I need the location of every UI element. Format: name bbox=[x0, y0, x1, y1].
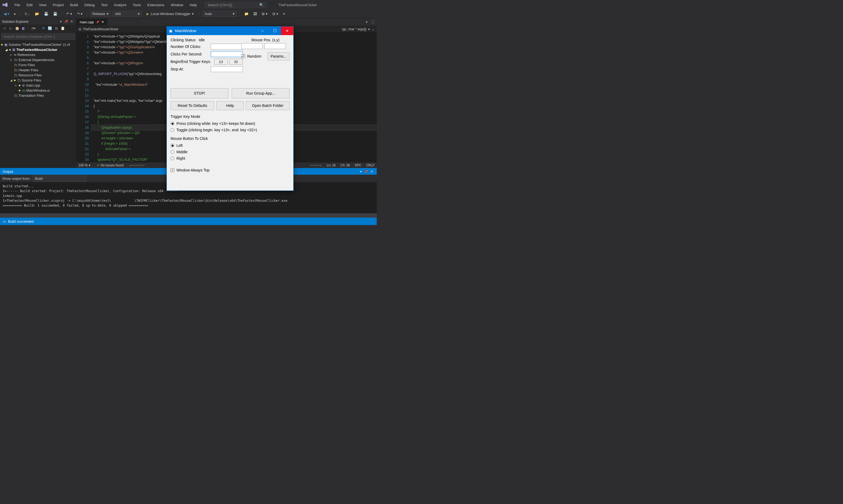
run-group-button[interactable]: Run Group App... bbox=[232, 88, 289, 98]
trigger-key-end[interactable] bbox=[229, 59, 243, 65]
undo-button[interactable]: ↶ ▾ bbox=[65, 11, 74, 17]
toolbar-btn-2[interactable]: 🖼 bbox=[252, 11, 259, 17]
menu-help[interactable]: Help bbox=[187, 2, 199, 8]
chevron-down-icon[interactable]: ◢ bbox=[10, 79, 13, 82]
nav-back-button[interactable]: ◀ ▾ bbox=[2, 11, 11, 17]
back-icon[interactable]: ◁ bbox=[2, 26, 7, 31]
menu-test[interactable]: Test bbox=[99, 2, 110, 8]
nav-fwd-button[interactable]: ▸ bbox=[13, 11, 18, 17]
stop-button[interactable]: STOP! bbox=[171, 88, 228, 98]
tree-project-node[interactable]: ◢ ⊞ TheFastestMouseClicker bbox=[0, 47, 76, 52]
save-button[interactable]: 💾 bbox=[42, 11, 50, 17]
help-button[interactable]: Help bbox=[216, 101, 244, 110]
output-scrollbar[interactable] bbox=[0, 213, 377, 218]
mouse-x-input[interactable] bbox=[241, 43, 263, 49]
chevron-right-icon[interactable]: ▷ bbox=[10, 58, 13, 61]
open-button[interactable]: 📂 bbox=[33, 11, 41, 17]
breadcrumb-scope[interactable]: rgc, char * argv[]) bbox=[342, 27, 367, 31]
chevron-right-icon[interactable]: ▷ bbox=[15, 84, 18, 87]
pin-icon[interactable]: 📌 bbox=[364, 169, 369, 174]
open-batch-button[interactable]: Open Batch Folder bbox=[246, 101, 289, 110]
close-icon[interactable]: ✕ bbox=[101, 20, 104, 24]
toolbar-btn-1[interactable]: 📁 bbox=[243, 11, 250, 17]
tree-solution-node[interactable]: ▣ Solution 'TheFastestMouseClicker' (1 o… bbox=[0, 42, 76, 47]
config-dropdown[interactable]: Release▾ bbox=[90, 11, 111, 17]
toolbar-btn-5[interactable]: ≡ bbox=[282, 11, 287, 17]
pin-icon[interactable]: 📌 bbox=[96, 21, 99, 23]
tree-mainwindow-ui[interactable]: ▭ MainWindow.ui bbox=[0, 88, 76, 93]
trigger-key-begin[interactable] bbox=[214, 59, 228, 65]
dropdown-icon[interactable]: ▾ bbox=[364, 20, 369, 24]
menu-analyze[interactable]: Analyze bbox=[111, 2, 129, 8]
maximize-button[interactable]: ☐ bbox=[269, 26, 281, 35]
menu-window[interactable]: Window bbox=[168, 2, 186, 8]
menu-file[interactable]: File bbox=[12, 2, 23, 8]
pin-icon[interactable]: 📌 bbox=[64, 19, 69, 24]
debug-mode-dropdown[interactable]: Auto▾ bbox=[202, 11, 237, 17]
random-checkbox[interactable] bbox=[241, 54, 245, 58]
breadcrumb-project[interactable]: TheFastestMouseClicker bbox=[83, 27, 119, 31]
new-project-button[interactable]: ⎘ ▾ bbox=[23, 11, 32, 17]
minimize-button[interactable]: ─ bbox=[256, 26, 269, 35]
tree-main-cpp[interactable]: ▷ ⊕ main.cpp bbox=[0, 83, 76, 88]
home-icon[interactable]: 🏠 bbox=[15, 26, 20, 31]
sync-icon[interactable]: ⟳ bbox=[41, 26, 46, 31]
fullscreen-icon[interactable]: ⛶ bbox=[370, 20, 375, 24]
menu-tools[interactable]: Tools bbox=[130, 2, 143, 8]
mouse-button-left[interactable]: Left bbox=[171, 142, 289, 149]
output-source-dropdown[interactable]: Build bbox=[33, 176, 86, 182]
tree-header-files[interactable]: 🗀 Header Files bbox=[0, 68, 76, 73]
editor-tab-main-cpp[interactable]: main.cpp 📌 ✕ bbox=[76, 19, 107, 25]
app-titlebar[interactable]: ▣ MainWindow ─ ☐ ✕ bbox=[167, 26, 293, 35]
stop-at-input[interactable] bbox=[211, 66, 243, 72]
menu-project[interactable]: Project bbox=[50, 2, 66, 8]
trigger-mode-press[interactable]: Press (clicking while: key <13> keeps hi… bbox=[171, 120, 289, 127]
close-icon[interactable]: ✕ bbox=[69, 19, 74, 24]
dropdown-icon[interactable]: ▾ bbox=[58, 19, 63, 24]
tree-references[interactable]: ▷ ▪▪ References bbox=[0, 52, 76, 57]
mouse-button-middle[interactable]: Middle bbox=[171, 149, 289, 155]
tree-form-files[interactable]: 🗀 Form Files bbox=[0, 62, 76, 68]
line-ending[interactable]: CRLF bbox=[366, 163, 374, 167]
quick-search[interactable]: Search (Ctrl+Q) 🔍 bbox=[205, 2, 266, 8]
tree-translation-files[interactable]: 🗀 Translation Files bbox=[0, 93, 76, 98]
mouse-button-right[interactable]: Right bbox=[171, 155, 289, 162]
redo-button[interactable]: ↷ ▾ bbox=[75, 11, 85, 17]
tree-resource-files[interactable]: 🗀 Resource Files bbox=[0, 73, 76, 78]
close-icon[interactable]: ✕ bbox=[369, 169, 374, 174]
toolbar-btn-3[interactable]: ⊞ ▾ bbox=[260, 11, 269, 17]
chevron-down-icon[interactable]: ▾ bbox=[368, 27, 370, 31]
menu-build[interactable]: Build bbox=[68, 2, 81, 8]
mouse-y-input[interactable] bbox=[264, 43, 286, 49]
menu-debug[interactable]: Debug bbox=[82, 2, 97, 8]
issues-indicator[interactable]: ✔ No issues found bbox=[97, 163, 124, 167]
toolbar-btn-4[interactable]: ⊟ ▾ bbox=[271, 11, 280, 17]
menu-view[interactable]: View bbox=[36, 2, 49, 8]
num-clicks-input[interactable] bbox=[211, 44, 243, 50]
reset-button[interactable]: Reset To Defaults bbox=[171, 101, 214, 110]
fwd-icon[interactable]: ▷ bbox=[8, 26, 13, 31]
show-all-icon[interactable]: 📋 bbox=[60, 26, 66, 31]
trigger-mode-toggle[interactable]: Toggle (clicking begin: key <13>, end: k… bbox=[171, 127, 289, 133]
filter-icon[interactable]: ◔▾ bbox=[31, 26, 36, 31]
switch-views-icon[interactable]: ◧ bbox=[21, 26, 26, 31]
refresh-icon[interactable]: 🔄 bbox=[47, 26, 53, 31]
tree-external-deps[interactable]: ▷ 🗀 External Dependencies bbox=[0, 57, 76, 62]
always-top-row[interactable]: Window Always Top bbox=[171, 167, 289, 173]
start-debugging-button[interactable]: ▶ Local Windows Debugger ▾ bbox=[144, 11, 196, 17]
params-button[interactable]: Params... bbox=[268, 52, 289, 60]
menu-extensions[interactable]: Extensions bbox=[144, 2, 167, 8]
chevron-down-icon[interactable]: ◢ bbox=[5, 48, 8, 51]
split-icon[interactable]: ⫠ bbox=[371, 27, 374, 31]
chevron-right-icon[interactable]: ▷ bbox=[10, 53, 13, 56]
collapse-icon[interactable]: ⊟ bbox=[54, 26, 59, 31]
menu-edit[interactable]: Edit bbox=[24, 2, 35, 8]
solution-search-input[interactable] bbox=[1, 33, 75, 40]
save-all-button[interactable]: 💾 bbox=[52, 11, 59, 17]
cps-input[interactable] bbox=[211, 51, 243, 57]
close-button[interactable]: ✕ bbox=[281, 26, 293, 35]
zoom-dropdown[interactable]: 100 %▾ bbox=[78, 163, 90, 167]
dropdown-icon[interactable]: ▾ bbox=[358, 169, 363, 174]
indent-mode[interactable]: SPC bbox=[355, 163, 362, 167]
platform-dropdown[interactable]: x64▾ bbox=[112, 11, 142, 17]
